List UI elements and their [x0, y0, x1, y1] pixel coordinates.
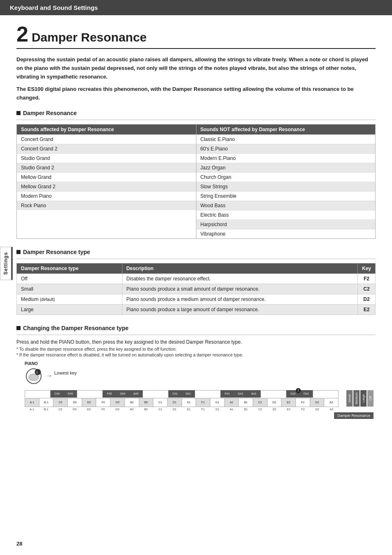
type-row-small: Small Piano sounds produce a small amoun…	[17, 284, 376, 294]
type-section-divider	[16, 259, 376, 259]
lbl-a2: A2	[324, 408, 339, 411]
sound-not-10: Harpsichord	[196, 220, 376, 229]
type-row-medium: Medium (default) Piano sounds produce a …	[17, 294, 376, 304]
badge-2: 2	[296, 388, 301, 393]
type-small: Small	[17, 284, 122, 294]
resonance-medium: Medium	[353, 390, 360, 407]
lbl-a1: A1	[224, 408, 239, 411]
damper-type-heading: Damper Resonance type	[16, 249, 376, 255]
type-table-header-row: Damper Resonance type Description Key	[17, 263, 376, 273]
header-bar: Keyboard and Sound Settings	[0, 0, 392, 15]
lbl-b-1: B-1	[39, 408, 53, 411]
sound-not-9: Electric Bass	[196, 210, 376, 220]
medium-note: (default)	[40, 297, 55, 302]
col-description: Description	[122, 263, 357, 273]
type-off: Off	[17, 273, 122, 284]
wk-d2: D2	[267, 398, 282, 407]
wk-a0: A0	[125, 398, 139, 407]
black-key-fs0: F#0	[103, 390, 116, 398]
col-key: Key	[357, 263, 375, 273]
wk-b1: B1	[239, 398, 253, 407]
sound-not-7: String Ensemble	[196, 191, 376, 201]
sound-affected-6: Mellow Grand 2	[17, 182, 196, 191]
section-divider	[16, 120, 376, 120]
wk-c2: C2	[253, 398, 267, 407]
svg-point-1	[29, 374, 39, 381]
lbl-e2: E2	[281, 408, 296, 411]
type-row-off: Off Disables the damper resonance effect…	[17, 273, 376, 284]
lbl-f0: F0	[96, 408, 111, 411]
black-key-as1: A#1	[247, 390, 261, 398]
key-off: F2	[357, 273, 375, 284]
key-small: C2	[357, 284, 375, 294]
piano-btn-label: PIANO	[25, 361, 38, 366]
lbl-d0: D0	[67, 408, 82, 411]
wk-a-1: A-1	[25, 398, 39, 407]
arrow-icon: →	[46, 372, 53, 379]
main-content: 2 Damper Resonance Depressing the sustai…	[0, 15, 392, 427]
sound-affected-8: Rock Piano	[17, 201, 196, 210]
wk-d1: D1	[168, 398, 182, 407]
type-row-large: Large Piano sounds produce a large amoun…	[17, 304, 376, 314]
wk-d0: D0	[68, 398, 82, 407]
page-number-large: 2	[16, 23, 28, 45]
sound-affected-1: Concert Grand	[17, 134, 196, 144]
lbl-b0: B0	[139, 408, 153, 411]
changing-note1: * To disable the damper resonance effect…	[16, 347, 376, 352]
diagram-container: PIANO 1 → Lowest key	[16, 361, 376, 411]
sound-affected-3: Studio Grand	[17, 153, 196, 163]
wk-c1: C1	[153, 398, 168, 407]
black-key-gs1: G#1	[234, 390, 247, 398]
body-para2: The ES100 digital piano recreates this p…	[16, 85, 376, 102]
sound-affected-7: Modern Piano	[17, 191, 196, 201]
black-key-gs0: G#0	[116, 390, 129, 398]
sound-affected-5: Mellow Grand	[17, 172, 196, 182]
changing-section-divider	[16, 335, 376, 335]
lbl-f2: F2	[296, 408, 310, 411]
sound-not-6: Slow Strings	[196, 182, 376, 191]
header-title: Keyboard and Sound Settings	[10, 4, 98, 11]
desc-small: Piano sounds produce a small amount of d…	[122, 284, 357, 294]
wk-b0: B0	[139, 398, 154, 407]
desc-off: Disables the damper resonance effect.	[122, 273, 357, 284]
changing-note2: * If the damper resonance effect is disa…	[16, 352, 376, 357]
sound-not-5: Church Organ	[196, 172, 376, 182]
resonance-labels: Small Medium Large Off	[346, 390, 374, 407]
black-keys-row: C#0 D#0 F#0 G#0 A#0 C#1 D#1 F#1 G#1 A#1 …	[25, 390, 339, 398]
resonance-large: Large	[360, 390, 367, 407]
sound-affected-2: Concert Grand 2	[17, 144, 196, 153]
lbl-c1: C1	[153, 408, 168, 411]
key-large: E2	[357, 304, 375, 314]
resonance-off: Off	[367, 390, 374, 407]
sound-not-8: Wood Bass	[196, 201, 376, 210]
wk-a2: A2	[324, 398, 338, 407]
wk-f0: F0	[96, 398, 111, 407]
lbl-f1: F1	[196, 408, 210, 411]
wk-g0: G0	[111, 398, 125, 407]
wk-e0: E0	[82, 398, 97, 407]
sound-affected-4: Studio Grand 2	[17, 163, 196, 172]
sound-not-2: 60's E.Piano	[196, 144, 376, 153]
black-key-cs2: C#2 2	[286, 390, 300, 398]
lowest-key-label: Lowest key	[54, 370, 77, 375]
black-key-cs1: C#1	[168, 390, 182, 398]
wk-a1: A1	[225, 398, 239, 407]
lbl-c2: C2	[253, 408, 267, 411]
black-key-ds0: D#0	[64, 390, 77, 398]
page-num-footer: 28	[16, 541, 22, 547]
type-table: Damper Resonance type Description Key Of…	[16, 263, 376, 315]
sound-not-11: Vibraphone	[196, 229, 376, 238]
lbl-g0: G0	[110, 408, 125, 411]
wk-c0: C0	[53, 398, 68, 407]
sounds-col-affected: Sounds affected by Damper Resonance Conc…	[17, 125, 196, 238]
damper-resonance-heading: Damper Resonance	[16, 110, 376, 116]
lbl-e1: E1	[182, 408, 196, 411]
type-medium: Medium (default)	[17, 294, 122, 304]
changing-heading: Changing the Damper Resonance type	[16, 325, 376, 331]
page-title-container: 2 Damper Resonance	[16, 23, 376, 49]
piano-button-icon: 1	[25, 367, 45, 388]
desc-medium: Piano sounds produce a medium amount of …	[122, 294, 357, 304]
black-key-ds2: D#2	[300, 390, 313, 398]
sound-not-1: Classic E.Piano	[196, 134, 376, 144]
wk-f1: F1	[196, 398, 210, 407]
